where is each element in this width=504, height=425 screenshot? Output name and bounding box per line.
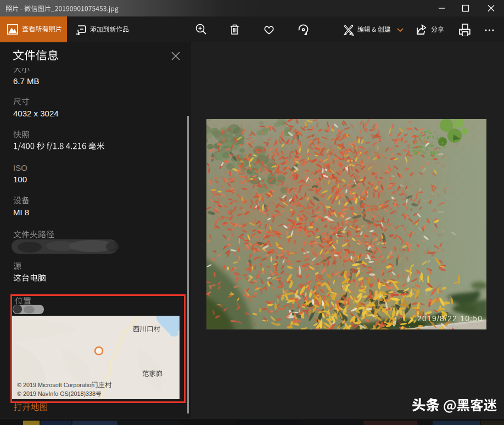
- svg-text:2019/8/22 10:50: 2019/8/22 10:50: [417, 314, 483, 323]
